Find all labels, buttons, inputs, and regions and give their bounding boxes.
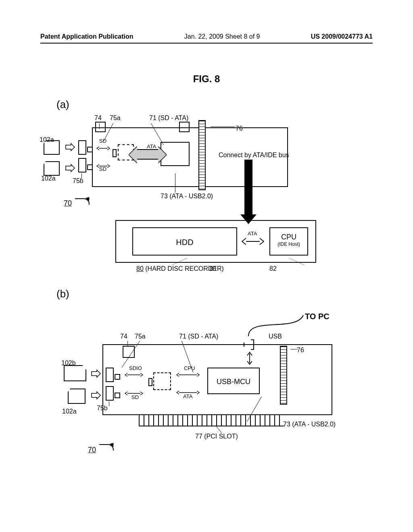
hard-disc-recorder-80: HDD CPU (IDE Host) ATA	[115, 220, 316, 263]
section-label-a: (a)	[56, 98, 69, 111]
label-to-pc: TO PC	[305, 312, 330, 321]
insert-arrow-icon	[91, 370, 101, 377]
leader-line	[211, 127, 235, 127]
section-label-b: (b)	[56, 288, 69, 300]
leader-line	[99, 123, 100, 129]
leader-arrow-icon	[99, 444, 114, 451]
pub-date-sheet: Jan. 22, 2009 Sheet 8 of 9	[184, 33, 260, 40]
slot-pin-icon	[87, 147, 93, 152]
pub-type: Patent Application Publication	[40, 33, 133, 40]
sd-card-102a-b	[68, 389, 86, 404]
chip-74	[95, 122, 106, 132]
header-rule	[40, 43, 373, 44]
slot-75a-b	[106, 368, 114, 382]
ref-73: 73 (ATA - USB2.0)	[161, 193, 213, 200]
chip-near-76	[179, 122, 190, 132]
page-header: Patent Application Publication Jan. 22, …	[40, 33, 373, 40]
slot-pin-icon	[87, 164, 93, 170]
sdio-card-102b	[64, 365, 86, 381]
ata-bus-arrow-icon	[136, 149, 159, 160]
label-connect-ata-ide: Connect by ATA/IDE bus	[219, 152, 289, 159]
ref-74: 74	[94, 114, 102, 122]
ref-77: 77 (PCI SLOT)	[195, 433, 238, 440]
leader-line	[215, 426, 222, 433]
ref-76: 76	[236, 125, 243, 132]
slot-75b-b	[106, 386, 114, 401]
sd-ata-chip-71-b	[153, 372, 171, 390]
leader-line	[81, 173, 82, 179]
insert-arrow-icon	[91, 392, 101, 399]
label-ata-b: ATA	[183, 393, 192, 399]
connector-76	[198, 120, 206, 190]
ata-ide-arrow-icon	[244, 160, 252, 216]
figure-title: FIG. 8	[0, 73, 413, 85]
leader-line	[109, 401, 109, 406]
bidir-arrow-icon	[125, 372, 143, 378]
ref-71: 71 (SD - ATA)	[149, 114, 188, 122]
usb-bidir-arrow-icon	[244, 352, 256, 364]
hdd-block-81: HDD	[132, 227, 237, 256]
pci-slot-77	[139, 415, 284, 426]
slot-75a	[78, 140, 86, 155]
ref-73-b: 73 (ATA - USB2.0)	[283, 421, 336, 428]
chip-pin-icon	[113, 149, 117, 157]
ref-102a-b: 102a	[62, 408, 77, 415]
label-sd: SD	[99, 138, 106, 144]
ref-75a-b: 75a	[135, 333, 146, 340]
insert-arrow-icon	[65, 143, 75, 151]
slot-75b	[78, 158, 86, 172]
ref-70: 70	[64, 199, 72, 208]
ref-81: 81	[210, 265, 217, 272]
pub-number: US 2009/0024773 A1	[311, 33, 373, 40]
bidir-arrow-icon	[177, 372, 199, 378]
slot-pin-icon	[115, 393, 120, 398]
ref-76-b: 76	[297, 347, 304, 354]
bidir-arrow-icon	[97, 145, 110, 152]
label-ata: ATA	[147, 143, 156, 150]
slot-pin-icon	[115, 374, 120, 380]
ref-102b: 102b	[61, 360, 76, 367]
chip-pin-icon	[148, 378, 152, 386]
usb-mcu-chip-73: USB-MCU	[207, 368, 260, 394]
label-sdio: SDIO	[129, 365, 142, 371]
insert-arrow-icon	[65, 164, 75, 172]
leader-line	[175, 173, 175, 193]
ref-75b-b: 75b	[97, 405, 108, 412]
connector-76-b	[280, 346, 287, 405]
ref-102a: 102a	[40, 136, 54, 143]
ref-102a: 102a	[41, 175, 56, 182]
cpu-label: CPU	[270, 233, 307, 241]
label-sd: SD	[99, 166, 106, 172]
ref-71-b: 71 (SD - ATA)	[179, 333, 218, 340]
leader-arrow-icon	[75, 198, 90, 205]
cpu-block-82: CPU (IDE Host)	[269, 227, 308, 256]
label-usb: USB	[269, 333, 282, 340]
cpu-sublabel: (IDE Host)	[270, 241, 307, 247]
diagram-b: USB-MCU 74 75a 71 (SD - ATA) USB TO PC 7…	[62, 340, 377, 485]
ref-75a: 75a	[110, 114, 121, 122]
sd-card-102a-bottom	[44, 161, 60, 176]
diagram-a: 74 75a 71 (SD - ATA) 76 73 (ATA - USB2.0…	[42, 121, 373, 282]
ata-bidir-arrow-icon: ATA	[242, 237, 264, 246]
label-cpu-b: CPU	[184, 365, 195, 371]
label-sd-b: SD	[131, 394, 139, 400]
leader-line	[290, 349, 298, 349]
chip-74-b	[123, 346, 135, 358]
ref-70-b: 70	[88, 446, 96, 454]
ref-74-b: 74	[120, 333, 127, 340]
leader-line	[127, 341, 128, 347]
ref-82: 82	[269, 265, 277, 272]
ata-label: ATA	[248, 231, 257, 237]
